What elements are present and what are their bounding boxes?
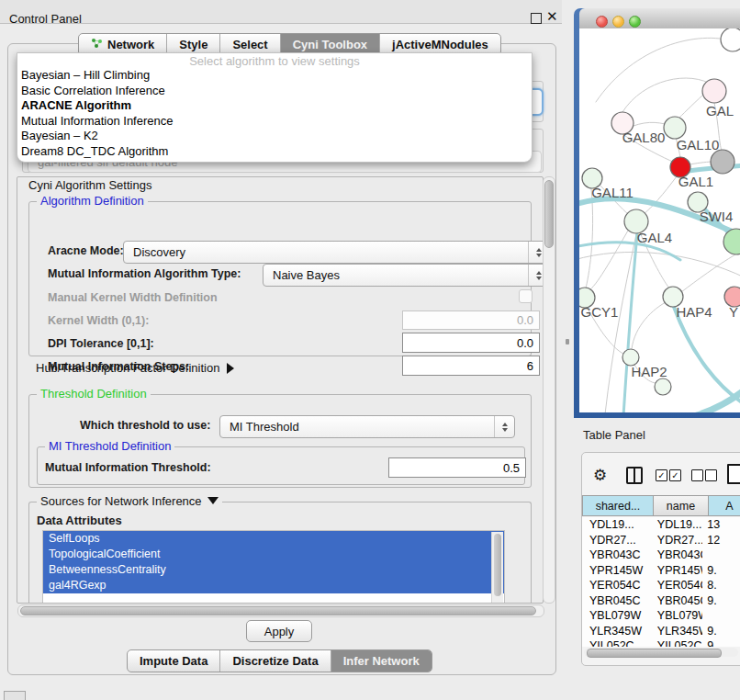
network-edge-highlighted[interactable] (623, 233, 637, 412)
network-window[interactable]: GALGAL80GAL10GAL1GAL11SWI4GAL4GCY1HAP4YH… (574, 8, 740, 418)
bottom-tabs: Impute DataDiscretize DataInfer Network (127, 649, 432, 672)
table-row[interactable]: YBL079WYBL079W (582, 608, 740, 624)
algorithm-dropdown: Select algorithm to view settings Bayesi… (17, 52, 533, 163)
attribute-item[interactable]: gal4RGexp (43, 578, 504, 593)
network-edge[interactable] (632, 301, 667, 349)
apply-button[interactable]: Apply (246, 620, 312, 642)
network-edge[interactable] (579, 252, 740, 278)
network-edge[interactable] (605, 234, 636, 412)
dropdown-item[interactable]: Bayesian – K2 (17, 129, 532, 144)
bottom-tab-discretize-data[interactable]: Discretize Data (220, 650, 331, 672)
node-label: GAL1 (678, 174, 713, 189)
collapse-arrow-icon (207, 497, 219, 504)
list-scrollbar[interactable] (491, 532, 503, 604)
hub-definition-expander[interactable]: Hub/Transcription Factor Definition (36, 361, 234, 375)
zoom-traffic-light-icon[interactable] (629, 16, 641, 28)
table-cell: YER054C (582, 578, 650, 593)
tab-label: Impute Data (140, 654, 207, 668)
settings-vertical-scrollbar[interactable] (543, 176, 555, 604)
table-cell: 9. (702, 563, 740, 579)
panel-splitter-handle[interactable] (566, 339, 569, 344)
attribute-item[interactable]: SelfLoops (43, 531, 504, 547)
mi-steps-field[interactable]: 6 (402, 356, 540, 376)
minimize-traffic-light-icon[interactable] (612, 16, 624, 28)
column-header[interactable]: A (709, 495, 740, 516)
settings-hscroll-thumb[interactable] (20, 606, 536, 615)
table-cell: YPR145W (650, 563, 702, 579)
network-node[interactable] (655, 378, 671, 395)
dropdown-item[interactable]: Dream8 DC_TDC Algorithm (17, 144, 532, 160)
table-row[interactable]: YBR045CYBR045C9. (582, 593, 740, 609)
table-horizontal-scrollbar[interactable] (584, 648, 738, 657)
column-header[interactable]: name (654, 495, 709, 516)
dropdown-item[interactable]: Bayesian – Hill Climbing (17, 68, 532, 84)
table-hscroll-thumb[interactable] (587, 649, 722, 658)
mi-threshold-label: Mutual Information Threshold: (45, 461, 211, 474)
dropdown-item[interactable]: Basic Correlation Inference (17, 84, 532, 99)
manual-kernel-checkbox[interactable] (519, 289, 533, 303)
table-cell: YDL19... (582, 517, 650, 533)
settings-vscroll-thumb[interactable] (544, 180, 554, 248)
checked-checkbox-icon[interactable]: ✓ (669, 469, 681, 481)
network-edge-highlighted[interactable] (688, 387, 740, 412)
network-edge[interactable] (681, 254, 735, 292)
tab-label: Network (107, 38, 154, 51)
which-threshold-label: Which threshold to use: (80, 419, 210, 432)
table-row[interactable]: YBR043CYBR043C (582, 548, 740, 563)
dropdown-item[interactable]: Mutual Information Inference (17, 114, 532, 130)
control-panel-titlebar (0, 0, 562, 24)
network-node[interactable] (721, 28, 740, 51)
network-edge[interactable] (690, 162, 713, 164)
float-window-icon[interactable] (531, 13, 542, 24)
bottom-tab-infer-network[interactable]: Infer Network (331, 650, 432, 672)
gear-icon[interactable]: ⚙ (593, 466, 607, 485)
kernel-width-field[interactable]: 0.0 (402, 310, 540, 330)
node-label: GAL80 (622, 130, 666, 145)
aracne-mode-value: Discovery (133, 245, 185, 259)
network-node-gal[interactable] (702, 79, 726, 103)
panel-toggle-button[interactable] (4, 691, 26, 700)
network-edge[interactable] (588, 231, 628, 291)
network-window-titlebar[interactable] (579, 8, 740, 29)
network-node-gal10[interactable] (664, 117, 686, 139)
close-icon[interactable]: ✕ (546, 8, 558, 25)
mi-threshold-field[interactable]: 0.5 (388, 457, 526, 478)
close-traffic-light-icon[interactable] (596, 16, 608, 28)
table-row[interactable]: YDR27...YDR27...12 (582, 533, 740, 548)
attribute-item[interactable]: TopologicalCoefficient (43, 547, 504, 562)
table-cell: 13 (702, 517, 740, 533)
node-label: GAL10 (677, 137, 720, 152)
combo-arrows-icon (494, 416, 514, 437)
mi-type-value: Naive Bayes (273, 268, 340, 282)
checked-checkbox-icon[interactable]: ✓ (656, 469, 667, 481)
list-scrollbar-thumb[interactable] (494, 534, 501, 596)
column-header[interactable]: shared... (582, 495, 654, 516)
columns-icon[interactable] (626, 467, 643, 484)
bottom-tab-impute-data[interactable]: Impute Data (128, 650, 220, 672)
unchecked-checkbox-icon[interactable] (691, 469, 703, 481)
settings-horizontal-scrollbar[interactable] (17, 604, 544, 617)
table-row[interactable]: YIL052CYIL052C9 (582, 638, 740, 647)
table-cell (702, 548, 740, 563)
table-row[interactable]: YLR345WYLR345W9. (582, 624, 740, 639)
network-canvas[interactable]: GALGAL80GAL10GAL1GAL11SWI4GAL4GCY1HAP4YH… (579, 28, 740, 412)
network-edge-highlighted[interactable] (674, 307, 740, 405)
dpi-tolerance-label: DPI Tolerance [0,1]: (48, 337, 154, 350)
new-document-icon[interactable] (727, 464, 740, 484)
aracne-mode-combo[interactable]: Discovery (123, 241, 544, 264)
which-threshold-combo[interactable]: MI Threshold (219, 415, 515, 438)
unchecked-checkbox-icon[interactable] (705, 469, 717, 481)
table-row[interactable]: YDL19...YDL19...13 (582, 517, 740, 533)
network-edge[interactable] (622, 78, 713, 112)
network-edge[interactable] (678, 95, 703, 119)
sources-title[interactable]: Sources for Network Inference (37, 494, 222, 508)
attribute-item[interactable]: BetweennessCentrality (43, 562, 504, 578)
table-cell: YBR043C (582, 548, 650, 563)
threshold-definition-title: Threshold Definition (37, 387, 151, 401)
table-row[interactable]: YPR145WYPR145W9. (582, 563, 740, 579)
mi-type-combo[interactable]: Naive Bayes (263, 264, 544, 287)
dpi-tolerance-field[interactable]: 0.0 (402, 333, 540, 353)
table-row[interactable]: YER054CYER054C8. (582, 578, 740, 593)
dropdown-item[interactable]: ARACNE Algorithm (17, 98, 532, 114)
network-node[interactable] (711, 150, 734, 174)
